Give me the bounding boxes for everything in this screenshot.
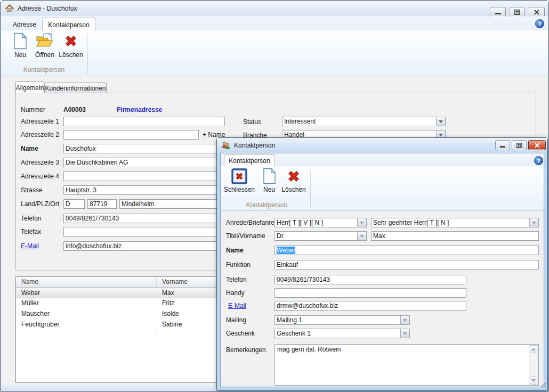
funktion-label: Funktion xyxy=(226,260,251,270)
oeffnen-button[interactable]: Öffnen xyxy=(33,32,57,59)
name-input[interactable] xyxy=(63,144,230,153)
schliessen-button[interactable]: Schliessen xyxy=(223,168,255,193)
dialog-neu-button[interactable]: Neu xyxy=(259,168,280,193)
briefanrede-combobox[interactable]: Sehr geehrter Herr[ T ][ N ] xyxy=(371,218,539,227)
bemerkungen-textarea[interactable]: mag gern ital. Rotwein xyxy=(274,344,539,386)
name-label: Name xyxy=(21,144,38,153)
dialog-ribbon-group-label: Kontaktperson xyxy=(223,201,310,209)
plz-input[interactable] xyxy=(87,199,117,209)
kontaktperson-dialog: Kontaktperson Kontaktperson ? Schliessen… xyxy=(216,137,548,391)
close-icon xyxy=(534,10,539,15)
dialog-tab-kontaktperson[interactable]: Kontaktperson xyxy=(224,154,275,167)
scroll-down-icon[interactable] xyxy=(530,377,537,385)
adresszeile3-input[interactable] xyxy=(63,158,230,167)
adresszeile4-input[interactable] xyxy=(63,172,230,181)
kontakt-name-label: Name xyxy=(226,246,244,255)
status-combobox[interactable]: Interessent xyxy=(282,117,446,126)
dialog-ribbon-group-separator xyxy=(310,169,311,207)
dialog-minimize-button[interactable] xyxy=(495,140,510,150)
kontakt-email-link[interactable]: E-Mail xyxy=(228,301,246,311)
telefon-label: Telefon xyxy=(21,214,42,223)
ribbon-tab-kontaktperson[interactable]: Kontaktperson xyxy=(42,18,95,31)
adresszeile1-label: Adresszeile 1 xyxy=(21,117,59,126)
ribbon-group-label: Kontaktperson xyxy=(1,66,87,74)
land-plz-ort-label: Land/PLZ/Ort xyxy=(21,199,59,209)
land-input[interactable] xyxy=(63,199,85,209)
vorname-input[interactable] xyxy=(371,231,539,241)
maximize-icon xyxy=(516,143,522,148)
kontakt-email-input[interactable] xyxy=(274,301,466,311)
combo-arrow-icon[interactable] xyxy=(436,117,445,126)
main-window-title: Adresse - Duschofux xyxy=(18,5,77,12)
adresszeile2-label: Adresszeile 2 xyxy=(21,130,59,140)
resize-grip[interactable] xyxy=(540,382,546,389)
minimize-icon xyxy=(500,143,505,148)
ort-input[interactable] xyxy=(119,199,230,209)
selected-text: Weber xyxy=(277,247,295,254)
titel-combobox[interactable]: Dr. xyxy=(274,231,367,241)
geschenk-label: Geschenk xyxy=(226,329,255,338)
close-box-icon xyxy=(231,168,247,184)
maximize-button[interactable] xyxy=(510,7,525,17)
combo-arrow-icon[interactable] xyxy=(529,218,538,227)
telefax-input[interactable] xyxy=(63,227,230,236)
minimize-icon xyxy=(495,10,501,14)
status-label: Status xyxy=(243,117,261,127)
combo-arrow-icon[interactable] xyxy=(357,218,366,227)
column-header-name[interactable]: Name xyxy=(16,277,157,287)
screen: Adresse - Duschofux Adresse Kontaktperso… xyxy=(0,0,549,392)
adresszeile4-label: Adresszeile 4 xyxy=(21,172,59,181)
kontakt-telefon-label: Telefon xyxy=(226,275,247,284)
tab-kundeninformationen[interactable]: Kundeninformationen xyxy=(44,83,107,93)
resize-grip-icon xyxy=(540,382,546,388)
anrede-combobox[interactable]: Herr[ T ][ V ][ N ] xyxy=(274,218,367,227)
memo-scrollbar[interactable] xyxy=(529,345,538,385)
adresszeile3-label: Adresszeile 3 xyxy=(21,158,59,167)
strasse-label: Strasse xyxy=(21,185,43,195)
dialog-close-button[interactable] xyxy=(528,140,546,150)
titel-vorname-label: Titel/Vorname xyxy=(226,231,265,241)
bemerkungen-label: Bemerkungen xyxy=(226,345,266,355)
open-folder-icon xyxy=(36,32,54,50)
minimize-button[interactable] xyxy=(490,7,506,17)
mailing-label: Mailing xyxy=(226,315,246,325)
telefon-input[interactable] xyxy=(63,214,230,223)
nummer-label: Nummer xyxy=(21,105,45,115)
adresszeile1-input[interactable] xyxy=(63,117,225,126)
email-input[interactable] xyxy=(63,241,230,251)
delete-x-icon xyxy=(286,168,301,184)
dialog-maximize-button[interactable] xyxy=(512,140,527,150)
tab-allgemein[interactable]: Allgemein xyxy=(15,81,44,93)
dialog-help-icon[interactable]: ? xyxy=(534,156,543,165)
combo-arrow-icon[interactable] xyxy=(400,316,409,324)
dialog-title: Kontaktperson xyxy=(234,142,275,149)
anrede-label: Anrede/Briefanrede xyxy=(226,218,281,227)
kontakt-name-input[interactable]: Weber xyxy=(274,246,539,255)
adresszeile2-input[interactable] xyxy=(63,130,199,140)
home-icon xyxy=(5,4,14,13)
email-link[interactable]: E-Mail xyxy=(21,241,39,251)
combo-arrow-icon[interactable] xyxy=(400,329,409,338)
mailing-combobox[interactable]: Mailing 1 xyxy=(274,315,410,325)
funktion-input[interactable] xyxy=(274,260,539,270)
new-document-icon xyxy=(13,32,27,50)
geschenk-combobox[interactable]: Geschenk 1 xyxy=(274,329,410,338)
ribbon-group-separator xyxy=(87,34,88,74)
ribbon-tab-adresse[interactable]: Adresse xyxy=(9,18,40,30)
combo-arrow-icon[interactable] xyxy=(357,232,366,240)
dialog-loeschen-button[interactable]: Löschen xyxy=(281,168,306,193)
strasse-input[interactable] xyxy=(63,185,230,195)
telefax-label: Telefax xyxy=(21,227,41,236)
scroll-up-icon[interactable] xyxy=(530,345,537,353)
handy-label: Handy xyxy=(226,288,245,298)
handy-input[interactable] xyxy=(274,288,466,298)
neu-button[interactable]: Neu xyxy=(9,32,31,59)
loeschen-button[interactable]: Löschen xyxy=(58,32,84,59)
new-document-icon xyxy=(263,168,276,184)
kontakt-telefon-input[interactable] xyxy=(274,275,466,284)
help-icon[interactable]: ? xyxy=(535,19,544,28)
firmenadresse-link[interactable]: Firmenadresse xyxy=(117,105,162,115)
nummer-value: A00003 xyxy=(63,105,86,115)
delete-x-icon xyxy=(63,32,78,50)
close-button[interactable] xyxy=(529,7,545,17)
